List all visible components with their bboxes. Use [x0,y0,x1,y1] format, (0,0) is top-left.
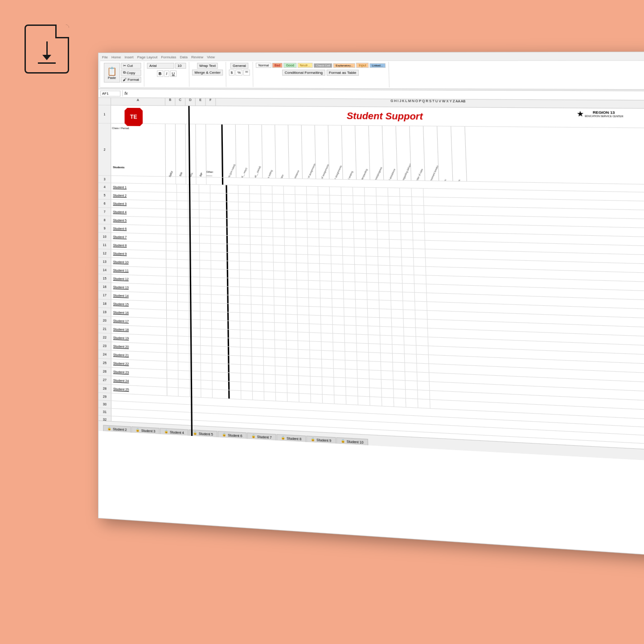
paste-button[interactable]: 📋 Paste [104,63,120,82]
row-num-4: 4 [98,183,111,191]
check-cell [264,366,275,375]
check-cell [311,394,323,403]
check-cell [333,325,345,334]
cell-reference-input[interactable] [100,90,120,96]
page-container: File Home Insert Page Layout Formulas Da… [0,0,644,644]
copy-button[interactable]: ⧉ Copy [121,70,141,76]
check-cell [241,356,252,365]
check-cell [241,365,252,373]
check-cell [287,393,299,402]
explanatory-style[interactable]: Explanatory... [333,63,356,67]
check-cell [357,352,369,361]
lock-icon: 🔒 [311,437,315,441]
check-cell [177,217,189,226]
download-icon-container[interactable] [25,25,74,74]
check-cell [333,360,345,369]
check-cell [308,281,320,289]
check-cell [284,203,295,212]
cut-label: Cut [127,64,133,68]
format-as-table-button[interactable]: Format as Table [326,70,358,76]
angled-h-17: Other: [437,126,453,181]
check-cell [358,396,370,405]
check-cell [200,226,211,234]
check-cell [228,278,240,287]
check-cell [200,252,211,260]
sheet-tab-student-5[interactable]: 🔒Student 5 [189,430,217,438]
lock-icon: 🔒 [135,428,139,432]
comma-button[interactable]: % [235,70,242,75]
underline-button[interactable]: U [170,70,176,77]
sheet-tab-student-6[interactable]: 🔒Student 6 [217,431,246,439]
check-cell [320,255,331,264]
decimal-button[interactable]: ⁰⁰ [243,70,250,75]
merge-center-button[interactable]: Merge & Center [192,70,223,75]
linked-style[interactable]: Linked... [369,63,386,67]
check-cell [406,381,418,390]
sheet-tab-student-4[interactable]: 🔒Student 4 [160,428,189,436]
check-cell [323,395,335,404]
conditional-formatting-button[interactable]: Conditional Formatting [282,70,325,76]
check-cell [177,209,188,217]
row-num-25: 25 [98,359,111,367]
wrap-text-button[interactable]: Wrap Text [197,63,218,69]
check-cell [358,387,370,396]
italic-button[interactable]: I [164,70,169,77]
formula-input[interactable] [130,91,644,98]
normal-style[interactable]: Normal [256,63,271,68]
row-num-27: 27 [98,376,111,384]
angled-h-1: Supplemental Aids (pre-noted) [223,124,237,177]
check-cell [343,264,355,273]
check-cell [319,238,331,246]
row-num-13: 13 [98,258,111,266]
check-cell [252,331,263,339]
ribbon-main: 📋 Paste ✂ Cut ⧉ Copy [100,61,644,90]
check-cell [200,235,211,243]
check-cell [308,229,319,238]
bold-button[interactable]: B [157,70,164,77]
check-cell [285,246,296,254]
student-name-13: Student 10 [111,258,167,267]
percent-button[interactable]: $ [229,70,234,75]
angled-headers-flex: Supplemental Aids (pre-noted) Ex. time (… [223,124,467,181]
check-cell [320,264,332,272]
neutral-style[interactable]: Neutr... [297,63,313,68]
sheet-tab-student-2[interactable]: 🔒Student 2 [103,425,131,432]
check-cell [330,187,341,196]
sheet-tab-student-8[interactable]: 🔒Student 8 [276,434,306,442]
font-size-select[interactable]: 10 [175,63,186,69]
sheet-tab-student-7[interactable]: 🔒Student 7 [247,433,276,441]
check-cell [367,274,379,282]
check-cell [275,323,286,331]
check-cell [377,239,390,248]
check-cell [414,267,426,275]
sheet-tab-student-3[interactable]: 🔒Student 3 [131,427,160,434]
bad-style[interactable]: Bad [272,63,283,68]
check-cell [353,196,365,205]
tab-label: Student 8 [287,436,301,440]
font-select[interactable]: Arial [147,63,174,69]
check-cell [252,322,263,330]
check-cell [405,372,418,381]
number-format-select[interactable]: General [230,63,248,69]
check-cell [344,282,356,290]
input-style[interactable]: Input [356,63,369,68]
check-cell [177,193,188,201]
cut-button[interactable]: ✂ Cut [121,63,141,69]
check-cell [343,256,355,264]
check-cell [417,355,429,364]
good-style[interactable]: Good [283,63,296,68]
check-cell [299,385,311,394]
check-cell [241,382,253,391]
angled-h-3: Oral Admin (__all__ partial) [249,124,263,178]
row-num-5: 5 [98,191,111,199]
check-cell [211,218,228,227]
class-period-cell: Class / Period: Students [111,123,166,176]
format-button[interactable]: 🖌 Format [121,77,141,82]
student-name-8: Student 5 [111,216,166,225]
check-cell [369,370,381,379]
check-cell-style[interactable]: Check Cell [314,63,332,67]
sheet-tab-student-9[interactable]: 🔒Student 9 [306,436,336,444]
check-cell [390,266,402,274]
tab-label: Student 6 [228,433,242,437]
sheet-tab-student-10[interactable]: 🔒Student 10 [336,437,368,445]
